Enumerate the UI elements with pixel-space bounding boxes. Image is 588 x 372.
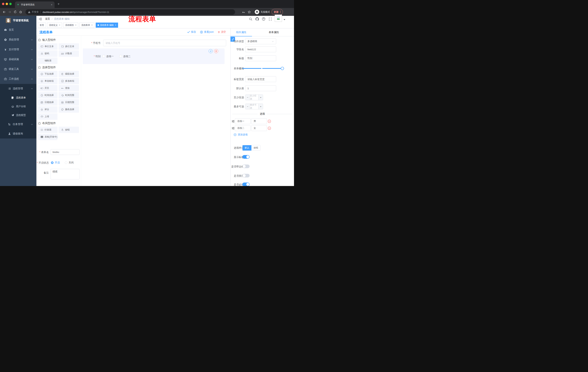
form-name-input[interactable] (51, 149, 80, 155)
sidebar-item-payment[interactable]: ¥支付管理 (0, 45, 36, 54)
sidebar-item-system[interactable]: 系统管理 (0, 35, 36, 45)
component-rowc[interactable]: 行容器 (38, 127, 57, 133)
window-zoom-button[interactable] (9, 3, 12, 5)
tab-form-props[interactable]: 表单属性 (259, 28, 288, 36)
tab-component-props[interactable]: 组件属性 (231, 28, 252, 36)
component-rate[interactable]: 评分 (38, 106, 57, 113)
required-toggle[interactable] (242, 182, 250, 186)
status-off-radio[interactable]: 关闭 (65, 161, 74, 164)
browser-menu-dots-icon[interactable] (280, 11, 281, 13)
tab-close-icon[interactable]: × (51, 3, 53, 6)
disabled-toggle[interactable] (242, 174, 250, 177)
delete-component-button[interactable] (214, 49, 218, 53)
url-bar[interactable]: 不安全 dashboard.yudao.iocoder.cn/bpm/manag… (25, 9, 235, 15)
plus-button[interactable]: + (259, 95, 263, 100)
window-close-button[interactable] (2, 3, 4, 5)
component-type-select[interactable]: 多选框组 (245, 38, 276, 44)
form-grid-slider[interactable] (242, 68, 283, 69)
tab-流程定义[interactable]: 流程定义× (47, 22, 62, 28)
label-width-input[interactable] (247, 78, 274, 81)
max-select-value[interactable]: 最多可选 (250, 104, 259, 109)
component-cascade[interactable]: 级联选择 (59, 71, 79, 77)
reload-icon[interactable] (12, 9, 18, 15)
avatar[interactable] (275, 15, 282, 22)
close-icon[interactable]: × (75, 24, 76, 26)
tab-流程表单-编辑[interactable]: 流程表单-编辑× (96, 22, 118, 28)
drag-handle-icon[interactable] (231, 127, 235, 130)
component-tablegrid[interactable]: 表格[开发中] (38, 134, 57, 140)
gender-option1-checkbox[interactable] (102, 55, 105, 57)
remark-textarea[interactable]: 嘿嘿 (51, 169, 80, 180)
sidebar-item-home[interactable]: 首页 (0, 25, 36, 35)
minus-button[interactable]: − (245, 104, 250, 109)
remove-option-button[interactable] (268, 127, 271, 130)
copy-component-button[interactable] (209, 49, 213, 53)
home-icon[interactable] (18, 9, 23, 15)
component-lock[interactable]: 密码 (38, 50, 57, 57)
option-value-input[interactable] (253, 127, 265, 130)
sidebar-item-workflow[interactable]: 工作流程 (0, 74, 36, 84)
component-textarea[interactable]: 多行文本 (59, 43, 79, 50)
sidebar-item-leave-query[interactable]: 请假查询 (0, 129, 36, 138)
phone-field-input[interactable] (103, 40, 226, 46)
status-on-radio[interactable]: 开启 (51, 161, 60, 164)
back-icon[interactable] (1, 9, 7, 15)
component-daterange[interactable]: 日期范围 (59, 99, 79, 106)
save-button[interactable]: 保存 (187, 30, 196, 34)
tab-流程表单[interactable]: 流程表单× (80, 22, 94, 28)
sidebar-item-task-mgmt[interactable]: 任务管理 (0, 120, 36, 129)
slider-thumb[interactable] (281, 67, 284, 70)
tab-首页[interactable]: 首页 (38, 22, 46, 28)
component-none[interactable]: 编辑器 (38, 57, 57, 64)
bookmark-star-icon[interactable] (248, 10, 251, 14)
field-name-input[interactable] (247, 48, 274, 51)
option-value-input[interactable] (253, 120, 265, 123)
clear-button[interactable]: 清空 (218, 30, 226, 34)
component-date[interactable]: 日期选择 (38, 99, 57, 106)
close-icon[interactable]: × (115, 24, 116, 26)
remove-option-button[interactable] (268, 120, 271, 123)
min-select-value[interactable]: 至少应选 (250, 95, 259, 100)
component-radio[interactable]: 单选框组 (38, 78, 57, 84)
chrome-update-button[interactable]: 更新 (272, 9, 283, 15)
breadcrumb-home[interactable]: 首页 (45, 17, 50, 21)
component-checkbox[interactable]: 多选框组 (59, 78, 79, 84)
default-value-input[interactable] (247, 87, 274, 90)
browser-tab[interactable]: 芋道管理系统 × (15, 1, 55, 8)
option-label-input[interactable] (237, 127, 249, 130)
forward-icon[interactable] (7, 9, 12, 15)
new-tab-button[interactable]: + (57, 2, 60, 6)
component-upload[interactable]: 上传 (38, 113, 57, 120)
sidebar-item-devtools[interactable]: 研发工具 (0, 64, 36, 74)
sidebar-item-process-model[interactable]: 流程模型 (0, 111, 36, 120)
component-color[interactable]: 颜色选择 (59, 106, 79, 113)
option-label-input[interactable] (237, 120, 249, 123)
component-time[interactable]: 时间选择 (38, 92, 57, 98)
title-input[interactable] (247, 57, 274, 60)
close-icon[interactable]: × (59, 24, 60, 26)
gender-option2-checkbox[interactable] (119, 55, 122, 57)
sidebar-item-user-group[interactable]: 用户分组 (0, 102, 36, 111)
component-handbtn[interactable]: 按钮 (59, 127, 79, 133)
avatar-caret-down-icon[interactable] (284, 19, 285, 20)
window-minimize-button[interactable] (6, 3, 8, 5)
close-icon[interactable]: × (91, 24, 93, 26)
show-label-toggle[interactable] (242, 155, 250, 159)
component-slideric[interactable]: 滑块 (59, 85, 79, 91)
view-json-button[interactable]: 查看json (200, 30, 214, 34)
sidebar-item-process-mgmt[interactable]: 流程管理 (0, 84, 36, 93)
plus-button[interactable]: + (259, 104, 263, 109)
sidebar-item-infra[interactable]: 基础设施 (0, 54, 36, 64)
drag-handle-icon[interactable] (231, 120, 235, 123)
github-icon[interactable] (255, 17, 259, 21)
component-timerange[interactable]: 时间范围 (59, 92, 79, 98)
component-switch[interactable]: 开关 (38, 85, 57, 91)
search-icon[interactable] (249, 17, 252, 21)
style-button-button[interactable]: 按钮 (252, 145, 260, 150)
add-option-button[interactable]: 添加选项 (234, 133, 248, 136)
tab-流程模型[interactable]: 流程模型× (63, 22, 78, 28)
component-selectc[interactable]: 下拉选择 (38, 71, 57, 77)
with-border-toggle[interactable] (242, 165, 250, 168)
sidebar-item-process-form[interactable]: 流程表单 (0, 93, 36, 102)
style-default-button[interactable]: 默认 (242, 145, 252, 150)
